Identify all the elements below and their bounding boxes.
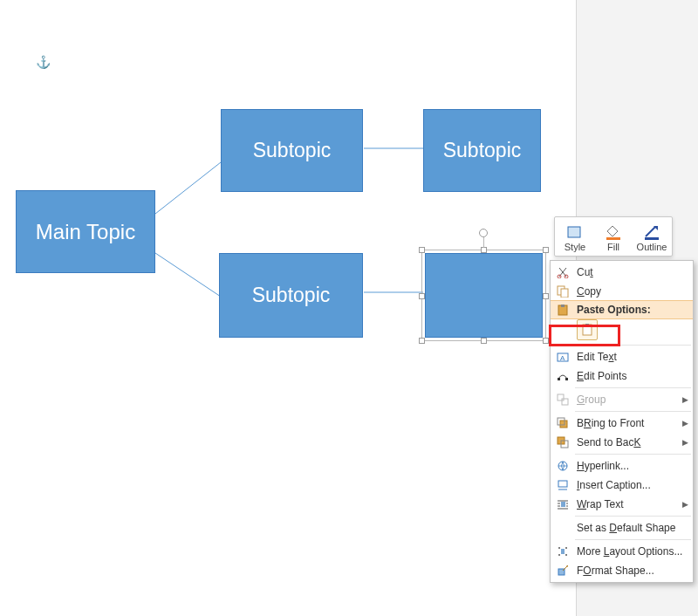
svg-rect-4 [568, 227, 580, 237]
style-icon [565, 221, 585, 240]
svg-point-38 [558, 547, 560, 549]
blank-icon [554, 520, 571, 536]
svg-rect-37 [561, 549, 565, 554]
menu-edit-points[interactable]: Edit Points [551, 366, 693, 386]
menu-bring-to-front[interactable]: BRing to Front ▶ [551, 414, 693, 433]
mini-outline-button[interactable]: Outline [637, 221, 667, 252]
svg-rect-14 [561, 305, 565, 307]
shape-label: Main Topic [36, 220, 135, 244]
menu-set-default-shape[interactable]: Set as Default Shape [551, 518, 693, 537]
fill-icon [604, 221, 623, 240]
shape-label: Subtopic [253, 139, 332, 162]
mini-fill-button[interactable]: Fill [599, 221, 628, 252]
svg-rect-16 [585, 324, 589, 326]
menu-format-shape[interactable]: FOrmat Shape... [551, 561, 693, 580]
svg-rect-21 [558, 394, 564, 400]
svg-rect-8 [645, 237, 659, 240]
cut-icon [554, 264, 571, 280]
menu-label: Send to BacK [577, 436, 682, 448]
svg-text:A: A [560, 354, 565, 362]
menu-wrap-text[interactable]: Wrap Text ▶ [551, 495, 693, 514]
anchor-icon: ⚓ [36, 55, 51, 69]
svg-rect-30 [561, 502, 565, 507]
svg-line-1 [155, 253, 221, 297]
shape-subtopic-4-selected[interactable] [425, 253, 543, 338]
layout-icon [554, 544, 571, 559]
menu-label: Set as Default Shape [577, 522, 682, 534]
shape-context-menu: Cut Copy Paste Options: A Edit Text Edit… [550, 260, 694, 583]
outline-icon [642, 221, 661, 240]
menu-label: Hyperlink... [577, 460, 682, 472]
menu-paste-options-header: Paste Options: [551, 300, 693, 319]
menu-label: Cut [577, 266, 682, 278]
menu-separator [575, 387, 691, 388]
menu-label: Insert Caption... [577, 479, 682, 491]
submenu-arrow-icon: ▶ [682, 395, 688, 404]
menu-separator [575, 454, 691, 455]
menu-label: FOrmat Shape... [577, 565, 682, 577]
svg-rect-12 [561, 289, 568, 298]
edit-points-icon [554, 368, 571, 384]
submenu-arrow-icon: ▶ [682, 438, 688, 447]
rotate-handle[interactable] [479, 229, 488, 237]
shape-label: Subtopic [443, 139, 522, 162]
paste-options-row [551, 318, 693, 343]
menu-label: Paste Options: [577, 304, 682, 316]
mini-label: Style [565, 242, 585, 252]
menu-label: Wrap Text [577, 498, 682, 510]
menu-label: Edit Text [577, 351, 682, 363]
menu-group: Group ▶ [551, 390, 693, 409]
menu-cut[interactable]: Cut [551, 263, 693, 282]
shape-subtopic-1[interactable]: Subtopic [221, 109, 363, 192]
menu-label: Group [577, 394, 682, 406]
mini-format-toolbar: Style Fill Outline [554, 216, 673, 257]
shape-main-topic[interactable]: Main Topic [16, 190, 155, 273]
mini-label: Outline [637, 242, 667, 252]
svg-rect-19 [558, 378, 560, 380]
menu-label: Edit Points [577, 370, 682, 382]
svg-point-41 [565, 554, 567, 556]
svg-marker-5 [607, 226, 618, 236]
menu-more-layout[interactable]: More Layout Options... [551, 542, 693, 561]
menu-insert-caption[interactable]: Insert Caption... [551, 476, 693, 495]
menu-hyperlink[interactable]: Hyperlink... [551, 456, 693, 476]
svg-rect-28 [558, 481, 567, 487]
menu-copy[interactable]: Copy [551, 282, 693, 301]
menu-separator [575, 539, 691, 540]
menu-separator [575, 345, 691, 346]
shape-label: Subtopic [252, 284, 331, 307]
submenu-arrow-icon: ▶ [682, 419, 688, 428]
shape-subtopic-2[interactable]: Subtopic [423, 109, 541, 192]
menu-edit-text[interactable]: A Edit Text [551, 347, 693, 366]
document-canvas[interactable]: ⚓ Main Topic Subtopic Subtopic Subtopic [0, 0, 576, 616]
svg-rect-6 [606, 237, 620, 240]
send-back-icon [554, 435, 571, 450]
svg-rect-22 [562, 399, 568, 405]
menu-label: Copy [577, 285, 682, 298]
mini-label: Fill [607, 242, 619, 252]
svg-rect-20 [565, 378, 568, 380]
menu-label: More Layout Options... [577, 545, 682, 558]
submenu-arrow-icon: ▶ [682, 500, 688, 509]
svg-point-40 [558, 554, 560, 556]
menu-label: BRing to Front [577, 417, 682, 429]
copy-icon [554, 284, 571, 299]
group-icon [554, 392, 571, 407]
caption-icon [554, 477, 571, 493]
svg-line-0 [155, 162, 221, 214]
menu-separator [575, 516, 691, 517]
mini-style-button[interactable]: Style [560, 221, 590, 252]
menu-separator [575, 411, 691, 412]
bring-front-icon [554, 415, 571, 431]
format-shape-icon [554, 563, 571, 578]
rotate-stem [483, 237, 484, 248]
shape-subtopic-3[interactable]: Subtopic [219, 253, 363, 338]
svg-rect-23 [560, 421, 567, 428]
svg-point-39 [565, 547, 567, 549]
wrap-text-icon [554, 496, 571, 512]
edit-text-icon: A [554, 349, 571, 365]
paste-icon [554, 302, 571, 318]
menu-send-to-back[interactable]: Send to BacK ▶ [551, 433, 693, 452]
hyperlink-icon [554, 458, 571, 474]
paste-option-button[interactable] [577, 319, 598, 340]
